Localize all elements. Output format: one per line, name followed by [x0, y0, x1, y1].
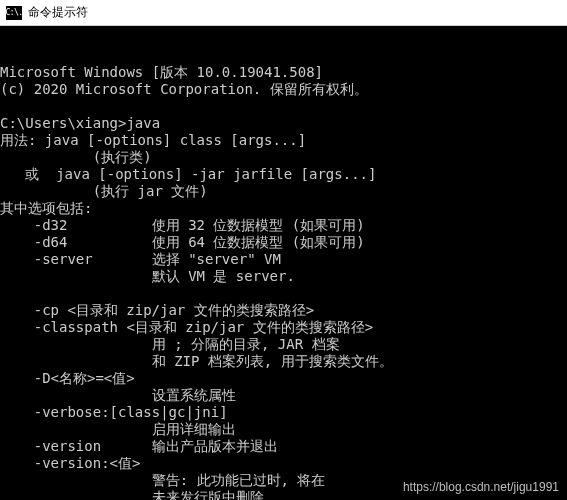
window-title: 命令提示符 — [28, 4, 88, 21]
window-titlebar[interactable]: C:\. 命令提示符 — [0, 0, 567, 26]
watermark-text: https://blog.csdn.net/jigu1991 — [403, 480, 559, 494]
terminal-output[interactable]: Microsoft Windows [版本 10.0.19041.508] (c… — [0, 26, 567, 500]
terminal-text: Microsoft Windows [版本 10.0.19041.508] (c… — [0, 64, 565, 500]
cmd-icon: C:\. — [6, 6, 22, 20]
